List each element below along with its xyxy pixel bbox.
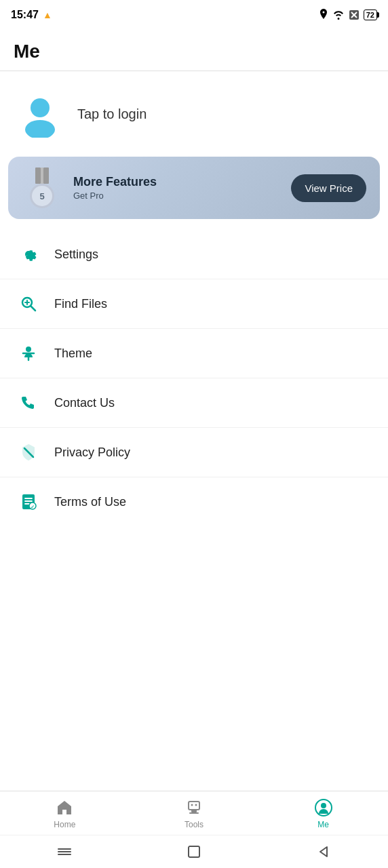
content-spacer bbox=[0, 658, 388, 791]
page-title: Me bbox=[0, 30, 388, 71]
home-nav-label: Home bbox=[54, 820, 75, 829]
svg-rect-7 bbox=[43, 167, 49, 184]
status-right: 72 bbox=[319, 9, 377, 21]
me-nav-icon bbox=[314, 798, 333, 817]
status-bar: 15:47 ▲ 72 bbox=[0, 0, 388, 30]
avatar bbox=[16, 90, 64, 138]
nav-item-home[interactable]: Home bbox=[0, 798, 130, 829]
svg-rect-27 bbox=[189, 812, 199, 814]
svg-point-29 bbox=[195, 804, 197, 806]
me-nav-label: Me bbox=[317, 820, 329, 829]
theme-icon bbox=[16, 341, 41, 366]
terms-of-use-icon: ✓ bbox=[16, 490, 41, 514]
find-files-label: Find Files bbox=[54, 297, 107, 311]
terms-of-use-label: Terms of Use bbox=[54, 495, 126, 509]
back-system-btn[interactable] bbox=[315, 844, 332, 860]
system-nav-bar bbox=[0, 835, 388, 868]
menu-item-find-files[interactable]: Find Files bbox=[0, 279, 388, 329]
menu-item-contact-us[interactable]: Contact Us bbox=[0, 378, 388, 428]
tools-nav-label: Tools bbox=[185, 820, 203, 829]
pro-banner-text: More Features Get Pro bbox=[73, 175, 280, 201]
wifi-icon bbox=[332, 10, 345, 20]
theme-label: Theme bbox=[54, 347, 92, 361]
svg-point-31 bbox=[321, 803, 326, 808]
menu-item-theme[interactable]: Theme bbox=[0, 329, 388, 378]
contact-us-label: Contact Us bbox=[54, 396, 115, 410]
medal-icon: 5 bbox=[22, 167, 62, 208]
warning-icon: ▲ bbox=[43, 9, 52, 20]
svg-text:5: 5 bbox=[39, 191, 44, 201]
nav-item-me[interactable]: Me bbox=[258, 798, 388, 829]
svg-marker-36 bbox=[320, 847, 327, 856]
status-time: 15:47 bbox=[11, 9, 39, 21]
settings-icon bbox=[16, 242, 41, 267]
contact-us-icon bbox=[16, 391, 41, 415]
pro-banner-title: More Features bbox=[73, 175, 280, 189]
status-left: 15:47 ▲ bbox=[11, 9, 52, 21]
signal-off-icon bbox=[349, 9, 360, 20]
location-icon bbox=[319, 9, 328, 21]
find-files-icon bbox=[16, 292, 41, 316]
svg-line-12 bbox=[31, 307, 36, 311]
menu-item-settings[interactable]: Settings bbox=[0, 230, 388, 279]
pro-banner[interactable]: 5 More Features Get Pro View Price bbox=[8, 157, 380, 219]
bottom-nav: Home Tools Me bbox=[0, 791, 388, 835]
home-nav-icon bbox=[55, 798, 74, 817]
svg-rect-35 bbox=[189, 846, 199, 857]
nav-item-tools[interactable]: Tools bbox=[130, 798, 259, 829]
view-price-button[interactable]: View Price bbox=[291, 174, 366, 202]
settings-label: Settings bbox=[54, 248, 98, 262]
battery-indicator: 72 bbox=[364, 9, 377, 20]
privacy-policy-label: Privacy Policy bbox=[54, 446, 130, 460]
privacy-policy-icon bbox=[16, 440, 41, 465]
menu-item-terms-of-use[interactable]: ✓ Terms of Use bbox=[0, 477, 388, 526]
tools-nav-icon bbox=[185, 798, 203, 817]
pro-banner-subtitle: Get Pro bbox=[73, 191, 280, 201]
menu-list: Settings Find Files Theme bbox=[0, 230, 388, 658]
svg-text:✓: ✓ bbox=[31, 505, 35, 509]
svg-point-4 bbox=[25, 120, 55, 138]
avatar-icon bbox=[16, 90, 64, 138]
svg-point-15 bbox=[26, 347, 31, 352]
menu-item-privacy-policy[interactable]: Privacy Policy bbox=[0, 428, 388, 477]
tap-to-login-label: Tap to login bbox=[77, 106, 147, 122]
svg-point-3 bbox=[31, 98, 50, 117]
svg-point-28 bbox=[191, 804, 193, 806]
svg-rect-5 bbox=[35, 167, 41, 184]
menu-system-btn[interactable] bbox=[56, 844, 73, 860]
home-system-btn[interactable] bbox=[186, 844, 202, 860]
svg-rect-6 bbox=[41, 167, 43, 184]
svg-rect-25 bbox=[189, 802, 199, 810]
profile-login-section[interactable]: Tap to login bbox=[0, 71, 388, 157]
svg-rect-26 bbox=[191, 810, 197, 812]
